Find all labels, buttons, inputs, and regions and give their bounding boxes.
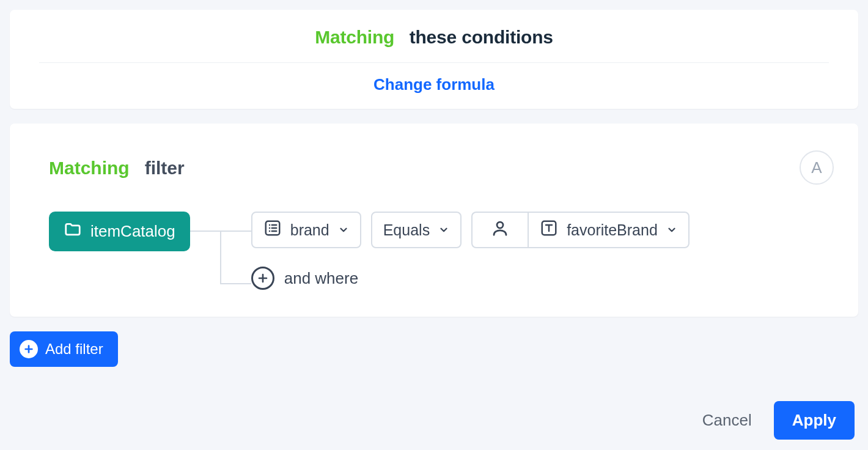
chevron-down-icon	[338, 221, 349, 239]
change-formula-button[interactable]: Change formula	[373, 75, 495, 94]
condition-column: brand Equals	[251, 212, 690, 290]
operator-select[interactable]: Equals	[371, 212, 462, 248]
chevron-down-icon	[438, 221, 449, 239]
conditions-header-card: Matching these conditions Change formula	[10, 10, 858, 109]
filter-badge: A	[800, 150, 834, 185]
filter-text: filter	[145, 158, 185, 178]
conditions-text: these conditions	[410, 27, 553, 47]
conditions-title: Matching these conditions	[39, 27, 829, 48]
value-type-select[interactable]	[471, 212, 528, 248]
operator-label: Equals	[383, 221, 430, 239]
condition-row: brand Equals	[251, 212, 690, 248]
and-where-row: and where	[251, 267, 690, 290]
list-icon	[263, 219, 282, 241]
and-where-label: and where	[284, 269, 358, 288]
chevron-down-icon	[666, 221, 677, 239]
value-field-label: favoriteBrand	[567, 221, 658, 239]
value-field-select[interactable]: favoriteBrand	[528, 212, 690, 248]
person-icon	[491, 219, 509, 241]
catalog-pill[interactable]: itemCatalog	[49, 212, 190, 251]
add-filter-label: Add filter	[45, 341, 103, 358]
value-group: favoriteBrand	[471, 212, 690, 248]
matching-keyword: Matching	[315, 27, 394, 47]
filter-card: Matching filter A itemCatalog	[10, 124, 858, 317]
folder-icon	[64, 220, 82, 243]
filter-row: itemCatalog	[49, 212, 819, 290]
cancel-button[interactable]: Cancel	[702, 411, 752, 430]
svg-point-7	[497, 222, 503, 228]
add-condition-button[interactable]	[251, 267, 274, 290]
text-field-icon	[540, 219, 558, 241]
footer-actions: Cancel Apply	[10, 401, 858, 440]
field-label: brand	[290, 221, 329, 239]
filter-title: Matching filter	[49, 158, 819, 179]
apply-button[interactable]: Apply	[774, 401, 855, 440]
plus-icon	[20, 340, 38, 358]
field-select[interactable]: brand	[251, 212, 361, 248]
add-filter-button[interactable]: Add filter	[10, 331, 118, 367]
catalog-label: itemCatalog	[90, 222, 175, 241]
divider	[39, 62, 829, 63]
matching-keyword-filter: Matching	[49, 158, 130, 178]
